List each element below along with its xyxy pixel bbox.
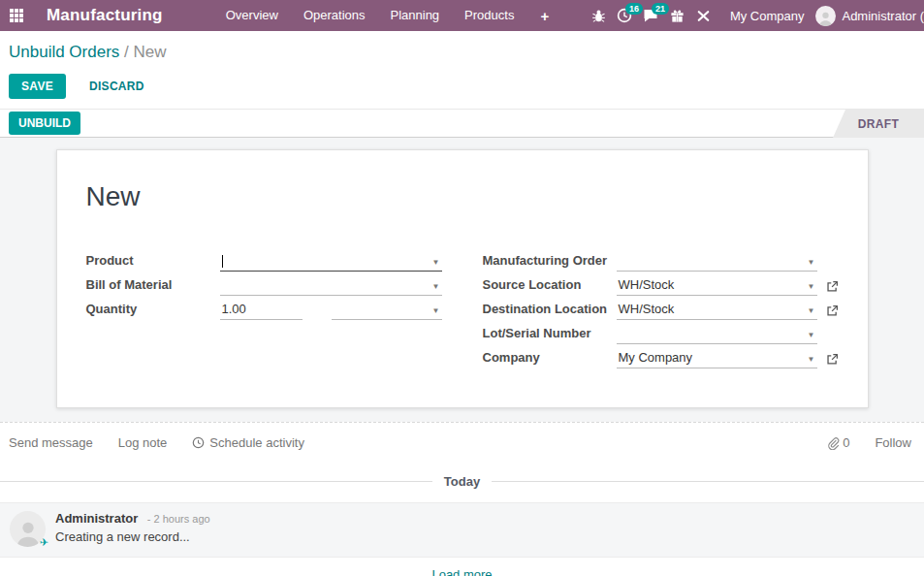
chevron-down-icon[interactable]: ▼ xyxy=(808,355,815,364)
statusbar: UNBUILD DRAFT xyxy=(0,109,924,138)
external-link-icon[interactable] xyxy=(817,304,839,320)
form-column-left: Product ▼ Bill of Material ▼ Quantity xyxy=(86,247,442,368)
save-button[interactable]: SAVE xyxy=(9,74,66,99)
external-link-icon[interactable] xyxy=(817,353,839,368)
chatter-message[interactable]: ✈ Administrator - 2 hours ago Creating a… xyxy=(0,502,924,558)
tools-icon[interactable] xyxy=(690,0,717,31)
product-field[interactable]: ▼ xyxy=(220,252,442,272)
bom-label: Bill of Material xyxy=(86,277,220,296)
chevron-down-icon[interactable]: ▼ xyxy=(432,282,440,291)
user-name: Administrator ( xyxy=(842,9,924,23)
date-divider-label: Today xyxy=(444,474,480,489)
chevron-down-icon[interactable]: ▼ xyxy=(808,331,815,339)
chatter-toolbar: Send message Log note Schedule activity … xyxy=(0,423,924,463)
clock-icon xyxy=(192,436,205,449)
load-more-row: Load more xyxy=(0,558,924,576)
chevron-down-icon[interactable]: ▼ xyxy=(808,258,815,267)
breadcrumb-separator: / xyxy=(124,43,129,61)
bom-field[interactable]: ▼ xyxy=(220,276,442,296)
chevron-down-icon[interactable]: ▼ xyxy=(432,306,440,315)
app-title[interactable]: Manufacturing xyxy=(47,6,163,25)
attachment-count: 0 xyxy=(843,435,849,450)
nav-plus-button[interactable]: + xyxy=(526,8,562,24)
company-switcher[interactable]: My Company xyxy=(730,9,805,23)
chatter: Send message Log note Schedule activity … xyxy=(0,422,924,576)
follow-button[interactable]: Follow xyxy=(875,435,911,450)
lot-serial-label: Lot/Serial Number xyxy=(483,326,617,344)
unbuild-button[interactable]: UNBUILD xyxy=(9,112,80,135)
nav-item-products[interactable]: Products xyxy=(452,0,526,31)
form-view: New Product ▼ Bill of Material ▼ xyxy=(0,138,924,576)
company-label: Company xyxy=(483,350,617,368)
date-divider: Today xyxy=(0,474,924,489)
source-location-field[interactable]: WH/Stock ▼ xyxy=(617,276,817,296)
top-nav: Manufacturing Overview Operations Planni… xyxy=(0,0,924,31)
user-avatar xyxy=(815,6,836,26)
quantity-label: Quantity xyxy=(86,302,220,320)
apps-grid-icon xyxy=(10,9,23,22)
quantity-field[interactable]: 1.00 xyxy=(220,301,303,320)
product-label: Product xyxy=(86,253,220,272)
chevron-down-icon[interactable]: ▼ xyxy=(808,282,815,291)
company-field[interactable]: My Company ▼ xyxy=(617,349,817,368)
destination-location-field[interactable]: WH/Stock ▼ xyxy=(617,301,817,320)
nav-item-planning[interactable]: Planning xyxy=(378,0,453,31)
apps-menu-button[interactable] xyxy=(0,0,33,31)
status-badge-draft[interactable]: DRAFT xyxy=(833,110,924,138)
breadcrumb-current: New xyxy=(134,43,167,61)
schedule-activity-button[interactable]: Schedule activity xyxy=(192,435,304,450)
nav-item-operations[interactable]: Operations xyxy=(291,0,378,31)
activities-clock-icon[interactable]: 16 xyxy=(612,0,638,31)
systray: 16 21 xyxy=(586,0,717,31)
log-note-button[interactable]: Log note xyxy=(118,435,168,450)
breadcrumb-row: Unbuild Orders / New xyxy=(0,31,924,66)
manufacturing-order-field[interactable]: ▼ xyxy=(617,252,817,272)
actions-row: SAVE DISCARD xyxy=(0,66,924,109)
text-cursor xyxy=(222,255,223,268)
message-body: Creating a new record... xyxy=(55,529,210,544)
send-message-button[interactable]: Send message xyxy=(9,435,93,450)
gift-icon[interactable] xyxy=(664,0,690,31)
message-avatar: ✈ xyxy=(10,511,46,547)
form-column-right: Manufacturing Order ▼ Source Location WH… xyxy=(483,247,839,368)
lot-serial-field[interactable]: ▼ xyxy=(617,325,817,344)
destination-location-label: Destination Location xyxy=(483,302,617,320)
message-author[interactable]: Administrator xyxy=(55,511,138,526)
airplane-icon: ✈ xyxy=(40,536,48,549)
breadcrumb-parent[interactable]: Unbuild Orders xyxy=(9,43,119,61)
manufacturing-order-label: Manufacturing Order xyxy=(483,253,617,272)
source-location-label: Source Location xyxy=(483,277,617,296)
nav-menu: Overview Operations Planning Products xyxy=(213,0,527,31)
discard-button[interactable]: DISCARD xyxy=(83,79,150,94)
chevron-down-icon[interactable]: ▼ xyxy=(808,306,815,315)
chevron-down-icon[interactable]: ▼ xyxy=(432,258,440,267)
uom-field[interactable]: ▼ xyxy=(332,301,442,320)
load-more-link[interactable]: Load more xyxy=(431,567,492,576)
messages-chat-icon[interactable]: 21 xyxy=(638,0,664,31)
attachment-button[interactable]: 0 xyxy=(827,435,849,450)
user-menu[interactable]: Administrator ( xyxy=(815,6,924,26)
paperclip-icon xyxy=(827,436,840,450)
bug-icon[interactable] xyxy=(586,0,612,31)
form-sheet: New Product ▼ Bill of Material ▼ xyxy=(56,149,869,408)
nav-item-overview[interactable]: Overview xyxy=(213,0,291,31)
external-link-icon[interactable] xyxy=(817,280,839,296)
message-timestamp: - 2 hours ago xyxy=(147,513,210,525)
record-title: New xyxy=(86,181,839,212)
breadcrumb: Unbuild Orders / New xyxy=(9,43,915,62)
message-content: Administrator - 2 hours ago Creating a n… xyxy=(55,511,210,547)
